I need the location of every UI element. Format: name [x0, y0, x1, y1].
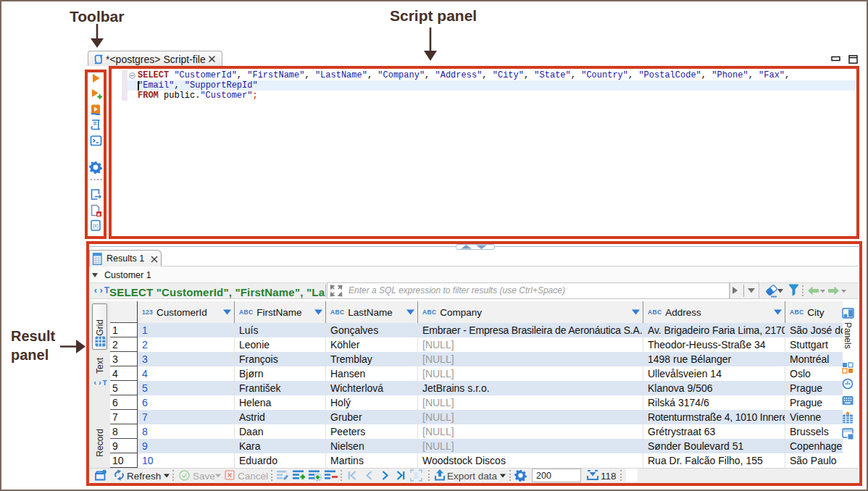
- svg-text:■: ■: [98, 211, 101, 217]
- svg-text:(x): (x): [93, 223, 99, 229]
